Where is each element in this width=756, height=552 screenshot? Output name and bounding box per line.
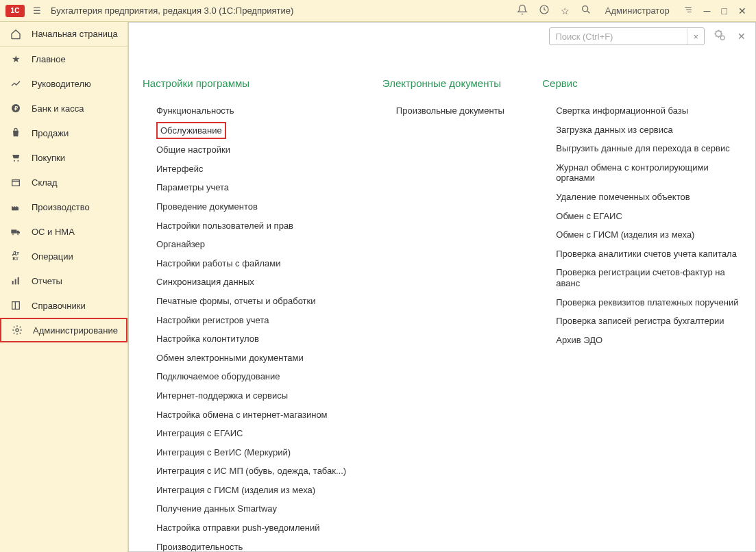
sidebar-item-references[interactable]: Справочники — [0, 293, 127, 318]
link-general-settings[interactable]: Общие настройки — [156, 140, 369, 160]
link-vetis[interactable]: Интеграция с ВетИС (Меркурий) — [156, 443, 369, 462]
search-input[interactable] — [550, 32, 687, 42]
svg-rect-7 — [11, 229, 16, 233]
link-functionality[interactable]: Функциональность — [156, 101, 369, 121]
link-egais[interactable]: Интеграция с ЕГАИС — [156, 424, 369, 443]
sidebar-item-start[interactable]: Начальная страница — [0, 22, 127, 47]
sidebar-item-label: Администрирование — [33, 325, 118, 336]
link-file-settings[interactable]: Настройки работы с файлами — [156, 254, 369, 273]
minimize-button[interactable]: ─ — [700, 3, 715, 19]
link-edoc-exchange[interactable]: Обмен электронными документами — [156, 349, 369, 368]
book-icon — [10, 299, 22, 312]
close-button[interactable]: ✕ — [734, 3, 751, 19]
star-icon[interactable]: ☆ — [557, 3, 574, 19]
link-gism-exchange[interactable]: Обмен с ГИСМ (изделия из меха) — [556, 225, 748, 244]
content: Настройки программы Функциональность Обс… — [129, 50, 755, 551]
link-shop-exchange[interactable]: Настройка обмена с интернет-магазином — [156, 405, 369, 425]
sidebar-item-production[interactable]: Производство — [0, 195, 127, 219]
svg-point-1 — [582, 6, 587, 12]
sidebar-item-label: Банк и касса — [32, 103, 84, 114]
user-label[interactable]: Администратор — [598, 3, 676, 18]
link-data-sync[interactable]: Синхронизация данных — [156, 273, 369, 292]
link-equipment[interactable]: Подключаемое оборудование — [156, 367, 369, 386]
svg-rect-6 — [12, 180, 20, 186]
svg-rect-11 — [15, 279, 16, 284]
search-box: × — [549, 27, 705, 45]
sidebar-item-label: Операции — [32, 251, 73, 262]
svg-text:₽: ₽ — [14, 105, 18, 112]
sidebar-item-label: Продажи — [32, 128, 69, 138]
sidebar-item-assets[interactable]: ОС и НМА — [0, 219, 127, 244]
sidebar-item-label: ОС и НМА — [32, 227, 75, 237]
link-capital-analytics[interactable]: Проверка аналитики счетов учета капитала — [556, 244, 748, 264]
link-advance-invoices[interactable]: Проверка регистрации счетов-фактур на ав… — [556, 263, 748, 292]
svg-rect-12 — [18, 277, 19, 285]
link-doc-posting[interactable]: Проведение документов — [156, 197, 369, 216]
column-title-edocs: Электронные документы — [382, 77, 528, 89]
link-payment-check[interactable]: Проверка реквизитов платежных поручений — [556, 293, 748, 312]
sidebar-item-label: Склад — [32, 177, 58, 188]
sidebar-item-label: Покупки — [32, 153, 65, 163]
history-icon[interactable] — [535, 1, 554, 20]
link-headers-footers[interactable]: Настройка колонтитулов — [156, 329, 369, 349]
link-delete-marked[interactable]: Удаление помеченных объектов — [556, 188, 748, 207]
search-clear-button[interactable]: × — [687, 28, 704, 45]
sidebar-item-label: Производство — [32, 202, 90, 212]
svg-point-15 — [720, 36, 724, 40]
link-arbitrary-docs[interactable]: Произвольные документы — [396, 101, 528, 121]
chart-line-icon — [10, 77, 22, 90]
sidebar-item-administration[interactable]: Администрирование — [0, 318, 127, 342]
svg-point-13 — [16, 329, 19, 331]
link-maintenance[interactable]: Обслуживание — [156, 122, 226, 140]
link-accounting-register[interactable]: Проверка записей регистра бухгалтерии — [556, 312, 748, 331]
main-panel: × ✕ Настройки программы Функциональность… — [128, 22, 756, 552]
maximize-button[interactable]: □ — [718, 3, 731, 19]
sidebar-item-operations[interactable]: ДтКт Операции — [0, 244, 127, 268]
sidebar-item-label: Справочники — [32, 301, 86, 311]
sidebar-item-sales[interactable]: Продажи — [0, 121, 127, 145]
link-db-rollup[interactable]: Свертка информационной базы — [556, 101, 748, 121]
sidebar-item-reports[interactable]: Отчеты — [0, 268, 127, 293]
bell-icon[interactable] — [513, 1, 532, 20]
barchart-icon — [10, 275, 22, 287]
link-exchange-journal[interactable]: Журнал обмена с контролирующими органами — [556, 158, 748, 188]
gear-icon — [11, 324, 23, 336]
svg-point-5 — [17, 160, 19, 162]
link-export-to-service[interactable]: Выгрузить данные для перехода в сервис — [556, 139, 748, 158]
column-service: Сервис Свертка информационной базы Загру… — [542, 50, 748, 551]
menu-icon[interactable]: ☰ — [29, 3, 45, 18]
sidebar-item-bank[interactable]: ₽ Банк и касса — [0, 96, 127, 121]
link-interface[interactable]: Интерфейс — [156, 160, 369, 179]
panel-close-icon[interactable]: ✕ — [735, 29, 748, 43]
svg-point-8 — [12, 234, 14, 235]
panel-settings-icon[interactable] — [710, 27, 729, 47]
app-logo: 1С — [5, 5, 25, 17]
link-push[interactable]: Настройка отправки push-уведомлений — [156, 518, 369, 538]
sidebar-item-main[interactable]: ★ Главное — [0, 47, 127, 71]
column-settings: Настройки программы Функциональность Обс… — [143, 50, 369, 551]
column-edocs: Электронные документы Произвольные докум… — [382, 50, 528, 551]
link-user-rights[interactable]: Настройки пользователей и прав — [156, 216, 369, 236]
link-ismp[interactable]: Интеграция с ИС МП (обувь, одежда, табак… — [156, 462, 369, 481]
link-edo-archive[interactable]: Архив ЭДО — [556, 331, 748, 350]
sidebar-item-manager[interactable]: Руководителю — [0, 71, 127, 96]
search-icon[interactable] — [576, 1, 596, 20]
sidebar-item-purchases[interactable]: Покупки — [0, 145, 127, 170]
sidebar-item-label: Главное — [32, 54, 66, 64]
options-icon[interactable] — [679, 2, 697, 19]
link-gism[interactable]: Интеграция с ГИСМ (изделия из меха) — [156, 481, 369, 500]
cart-icon — [10, 151, 22, 164]
link-accounting-params[interactable]: Параметры учета — [156, 178, 369, 197]
link-egais-exchange[interactable]: Обмен с ЕГАИС — [556, 207, 748, 226]
link-print-reports[interactable]: Печатные формы, отчеты и обработки — [156, 292, 369, 311]
sidebar-item-label: Отчеты — [32, 276, 62, 286]
main-toolbar: × ✕ — [129, 23, 755, 50]
link-performance[interactable]: Производительность — [156, 538, 369, 551]
link-organizer[interactable]: Органайзер — [156, 235, 369, 254]
link-register-settings[interactable]: Настройки регистров учета — [156, 311, 369, 330]
link-internet-support[interactable]: Интернет-поддержка и сервисы — [156, 386, 369, 405]
sidebar-item-label: Руководителю — [32, 79, 91, 89]
link-smartway[interactable]: Получение данных Smartway — [156, 499, 369, 518]
sidebar-item-warehouse[interactable]: Склад — [0, 170, 127, 195]
link-load-from-service[interactable]: Загрузка данных из сервиса — [556, 121, 748, 140]
